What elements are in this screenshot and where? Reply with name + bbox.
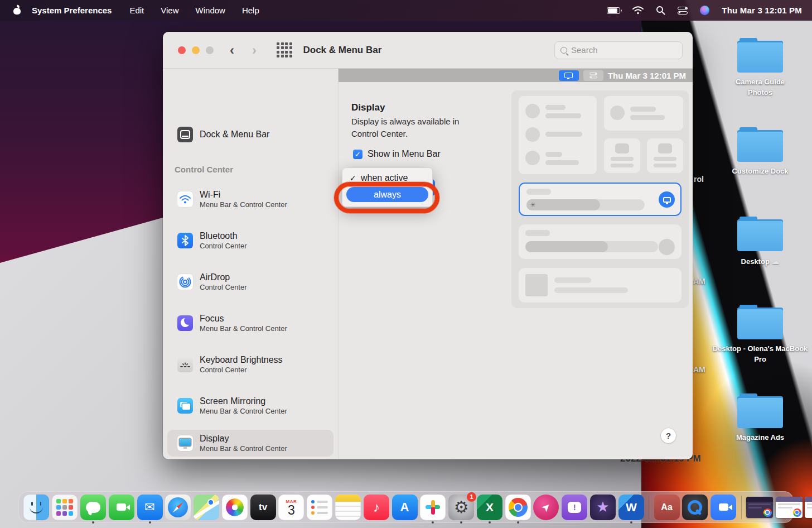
desktop-folder-desktop[interactable]: Desktop ☁ xyxy=(713,217,808,267)
dock-system-preferences-icon[interactable]: ⚙1 xyxy=(448,495,474,520)
close-button[interactable] xyxy=(178,46,186,54)
dock-mail-icon[interactable]: ✉ xyxy=(137,495,163,520)
show-in-menu-bar-row[interactable]: ✓ Show in Menu Bar xyxy=(353,149,441,159)
dock-word-icon[interactable]: W xyxy=(618,495,644,520)
sidebar-item-sublabel: Control Center xyxy=(200,366,283,375)
apple-menu-icon[interactable] xyxy=(12,6,22,15)
zoom-button[interactable] xyxy=(206,46,214,54)
menu-bar-preview-strip: Thu Mar 3 12:01 PM xyxy=(339,69,693,82)
dock-excel-icon[interactable]: X xyxy=(477,495,502,520)
control-center-menu-extra xyxy=(583,70,603,81)
folder-label: Customize Dock xyxy=(713,166,808,177)
dock-zoom-icon[interactable] xyxy=(710,495,736,520)
search-icon[interactable] xyxy=(656,6,665,15)
forward-button[interactable]: › xyxy=(244,42,267,58)
dock-minimized-window-2[interactable] xyxy=(776,497,803,518)
dock-app-store-icon[interactable]: A xyxy=(392,495,418,520)
desktop-folder-desktop-olenas[interactable]: Desktop - Olena's MacBook Pro xyxy=(713,305,808,365)
dock-dictionary-icon[interactable]: Aa xyxy=(654,495,680,520)
control-center-icon[interactable] xyxy=(678,7,688,15)
minimize-button[interactable] xyxy=(192,46,200,54)
dock-reminders-icon[interactable] xyxy=(307,495,332,520)
airdrop-icon xyxy=(177,274,193,290)
menu-bar-clock[interactable]: Thu Mar 3 12:01 PM xyxy=(722,6,802,15)
show-in-menu-bar-checkbox[interactable]: ✓ xyxy=(353,150,362,159)
dock-messages-icon[interactable] xyxy=(80,495,106,520)
sidebar: Dock & Menu Bar Control Center Wi-Fi Men… xyxy=(163,69,339,459)
dock-maps-icon[interactable] xyxy=(194,495,219,520)
dock-facetime-icon[interactable] xyxy=(109,495,134,520)
control-center-glyph-icon xyxy=(589,73,597,79)
wifi-icon xyxy=(177,191,193,207)
display-icon xyxy=(177,435,193,451)
wifi-icon[interactable] xyxy=(632,6,644,15)
red-annotation-circle xyxy=(334,182,439,213)
notification-badge: 1 xyxy=(467,492,476,502)
menu-window[interactable]: Window xyxy=(196,6,225,15)
dock-finder-icon[interactable] xyxy=(23,495,49,520)
show-all-preferences-icon[interactable] xyxy=(277,42,292,58)
dock-alert-app-icon[interactable]: ! xyxy=(562,495,587,520)
help-button[interactable]: ? xyxy=(661,428,676,443)
chrome-badge-icon xyxy=(763,508,772,517)
dock-imovie-icon[interactable]: ★ xyxy=(590,495,616,520)
sidebar-item-label: Keyboard Brightness xyxy=(200,354,283,366)
dock-chrome-icon[interactable] xyxy=(505,495,531,520)
dock-apple-tv-icon[interactable]: tv xyxy=(250,495,276,520)
window-titlebar: ‹ › Dock & Menu Bar Search xyxy=(163,32,693,69)
battery-icon[interactable] xyxy=(607,7,620,14)
sidebar-item-label: Wi-Fi xyxy=(200,189,287,200)
sidebar-item-label: Display xyxy=(200,433,287,444)
folder-icon xyxy=(737,127,783,162)
dock-music-icon[interactable]: ♪ xyxy=(364,495,389,520)
keyboard-brightness-icon xyxy=(177,357,193,372)
dock-minimized-window-1[interactable] xyxy=(746,497,773,518)
content-pane: Thu Mar 3 12:01 PM Display Display is al… xyxy=(339,69,693,459)
sidebar-item-sublabel: Menu Bar & Control Center xyxy=(200,444,287,453)
sidebar-item-label: Dock & Menu Bar xyxy=(200,129,269,140)
preview-card-display-highlighted: ☀ xyxy=(519,183,682,216)
dock-minimized-window-3[interactable] xyxy=(805,497,812,518)
sidebar-item-dock-menu-bar[interactable]: Dock & Menu Bar xyxy=(167,123,334,146)
siri-icon[interactable] xyxy=(700,6,709,15)
desktop-folder-magazine-ads[interactable]: Magazine Ads xyxy=(713,393,808,443)
folder-icon xyxy=(737,305,783,339)
sidebar-item-screen-mirroring[interactable]: Screen Mirroring Menu Bar & Control Cent… xyxy=(167,392,334,419)
dock-slack-icon[interactable] xyxy=(420,495,446,520)
sidebar-item-bluetooth[interactable]: Bluetooth Control Center xyxy=(167,227,334,254)
sidebar-item-sublabel: Control Center xyxy=(200,283,247,292)
sidebar-item-airdrop[interactable]: AirDrop Control Center xyxy=(167,268,334,295)
sidebar-item-sublabel: Menu Bar & Control Center xyxy=(200,324,287,333)
app-menu-title[interactable]: System Preferences xyxy=(32,6,112,15)
back-button[interactable]: ‹ xyxy=(220,42,244,58)
menu-view[interactable]: View xyxy=(161,6,178,15)
checkmark-icon: ✓ xyxy=(350,174,361,183)
search-field[interactable]: Search xyxy=(554,41,683,59)
menu-edit[interactable]: Edit xyxy=(129,6,144,15)
icloud-download-icon: ☁ xyxy=(771,257,779,266)
dock-calendar-icon[interactable]: MAR3 xyxy=(278,495,304,520)
focus-moon-icon xyxy=(177,315,193,331)
menu-help[interactable]: Help xyxy=(242,6,259,15)
dock-launchpad-icon[interactable] xyxy=(52,495,78,520)
partial-folder-label: rol xyxy=(694,175,704,184)
desktop-folder-customize-dock[interactable]: Customize Dock xyxy=(713,127,808,177)
sidebar-item-display[interactable]: Display Menu Bar & Control Center xyxy=(167,430,334,457)
dock: ✉ tv MAR3 ♪ A ⚙1 X ➤ ! ★ W Aa xyxy=(18,491,794,523)
sidebar-item-label: Screen Mirroring xyxy=(200,396,287,407)
desktop-folder-camera-guide-photos[interactable]: Camera Guide Photos xyxy=(713,38,808,98)
preview-clock: Thu Mar 3 12:01 PM xyxy=(608,71,686,80)
dock-photos-icon[interactable] xyxy=(222,495,248,520)
search-icon xyxy=(560,47,567,54)
sidebar-item-wifi[interactable]: Wi-Fi Menu Bar & Control Center xyxy=(167,186,334,213)
preview-card-music xyxy=(519,268,682,303)
sidebar-item-keyboard-brightness[interactable]: Keyboard Brightness Control Center xyxy=(167,351,334,378)
dock-skitch-icon[interactable]: ➤ xyxy=(533,495,559,520)
chrome-badge-icon xyxy=(793,508,801,517)
preview-card-small-right xyxy=(647,138,683,173)
dock-quicktime-icon[interactable] xyxy=(682,495,708,520)
system-preferences-window: ‹ › Dock & Menu Bar Search Dock & Menu B… xyxy=(163,32,693,459)
dock-notes-icon[interactable] xyxy=(335,495,361,520)
sidebar-item-focus[interactable]: Focus Menu Bar & Control Center xyxy=(167,310,334,337)
dock-safari-icon[interactable] xyxy=(165,495,191,520)
